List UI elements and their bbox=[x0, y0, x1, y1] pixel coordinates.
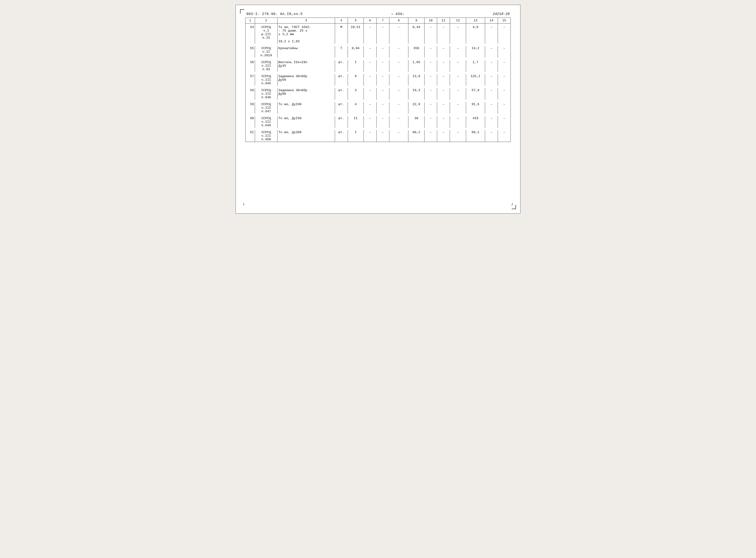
row-col14: – bbox=[485, 88, 498, 100]
row-number: 60 bbox=[246, 116, 255, 128]
row-col7: – bbox=[376, 102, 389, 114]
row-col8: – bbox=[389, 46, 408, 58]
row-col5: 4 bbox=[348, 102, 363, 114]
row-col10: – bbox=[424, 102, 437, 114]
row-col11: – bbox=[437, 116, 450, 128]
col-header-4: 4 bbox=[335, 18, 348, 24]
row-col14: – bbox=[485, 46, 498, 58]
row-col5: 9 bbox=[348, 74, 363, 86]
col-header-10: 10 bbox=[424, 18, 437, 24]
spacer-row bbox=[246, 72, 511, 74]
row-col13: I,7 bbox=[466, 60, 485, 72]
doc-ref: 903-I- 278.90. Ал.I8,кн.5 bbox=[246, 12, 303, 16]
row-col7: – bbox=[376, 60, 389, 72]
table-row: 54ССРСЦч.Iр.IIIп.I5То же, ГОСТ 3262-- 75… bbox=[246, 24, 511, 44]
table-row: 56ССРСЦч.IIIп.93Вентиль I5кчI8пДу25шт.I–… bbox=[246, 60, 511, 72]
row-source: ССРСЦч.IIп.2019 bbox=[255, 46, 277, 58]
row-col8: – bbox=[389, 130, 408, 142]
spacer-row bbox=[246, 100, 511, 102]
row-col9: I9,3 bbox=[408, 88, 424, 100]
row-col12: – bbox=[450, 102, 466, 114]
row-col10: – bbox=[424, 60, 437, 72]
row-col14: – bbox=[485, 60, 498, 72]
col-header-13: 13 bbox=[466, 18, 485, 24]
row-col5: I bbox=[348, 130, 363, 142]
row-col7: – bbox=[376, 88, 389, 100]
table-row: 58ССРСЦч.IIIп.646Задвижка 30ч6брДу80шт.3… bbox=[246, 88, 511, 100]
row-col6: – bbox=[363, 116, 376, 128]
row-unit: шт. bbox=[335, 74, 348, 86]
spacer-row bbox=[246, 44, 511, 46]
row-col12: – bbox=[450, 60, 466, 72]
spacer-row bbox=[246, 114, 511, 116]
row-col10: – bbox=[424, 130, 437, 142]
row-col5: 3 bbox=[348, 88, 363, 100]
row-col10: – bbox=[424, 74, 437, 86]
row-col5: 0,04 bbox=[348, 46, 363, 58]
bottom-left-corner: └ bbox=[243, 203, 245, 207]
row-col6: – bbox=[363, 60, 376, 72]
row-number: 57 bbox=[246, 74, 255, 86]
document-page: 903-I- 278.90. Ал.I8,кн.5 — 434— 24218-2… bbox=[235, 5, 521, 213]
row-col14: – bbox=[485, 102, 498, 114]
row-description: То же, Ду200 bbox=[277, 130, 335, 142]
row-col8: – bbox=[389, 60, 408, 72]
table-row: 57ССРСЦч.IIIп.645Задвижка 30ч6брДу50шт.9… bbox=[246, 74, 511, 86]
col-header-6: 6 bbox=[363, 18, 376, 24]
row-col6: – bbox=[363, 46, 376, 58]
row-unit: шт. bbox=[335, 60, 348, 72]
table-row: 59ССРСЦч.IIIп.647То же, ДуI00шт.4–––22,9… bbox=[246, 102, 511, 114]
row-col15: – bbox=[498, 102, 511, 114]
row-col15: – bbox=[498, 130, 511, 142]
row-source: ССРСЦч.IIIп.647 bbox=[255, 102, 277, 114]
row-col10: – bbox=[424, 24, 437, 44]
row-col7: – bbox=[376, 116, 389, 128]
row-col12: – bbox=[450, 88, 466, 100]
row-col7: – bbox=[376, 46, 389, 58]
row-col15: – bbox=[498, 116, 511, 128]
col-header-3: 3 bbox=[277, 18, 335, 24]
row-description: Кронштейны bbox=[277, 46, 335, 58]
bottom-right-corner: ┘ bbox=[511, 203, 513, 207]
row-unit: М bbox=[335, 24, 348, 44]
row-col8: – bbox=[389, 24, 408, 44]
row-col15: – bbox=[498, 46, 511, 58]
row-col10: – bbox=[424, 46, 437, 58]
table-bottom-border bbox=[246, 142, 511, 142]
row-col13: 4,6 bbox=[466, 24, 485, 44]
row-col5: II bbox=[348, 116, 363, 128]
col-header-5: 5 bbox=[348, 18, 363, 24]
row-col6: – bbox=[363, 130, 376, 142]
row-col14: – bbox=[485, 130, 498, 142]
row-col15: – bbox=[498, 74, 511, 86]
row-col6: – bbox=[363, 24, 376, 44]
col-header-12: 12 bbox=[450, 18, 466, 24]
col-header-11: 11 bbox=[437, 18, 450, 24]
col-header-9: 9 bbox=[408, 18, 424, 24]
row-number: 55 bbox=[246, 46, 255, 58]
row-col15: – bbox=[498, 88, 511, 100]
row-col6: – bbox=[363, 74, 376, 86]
row-source: ССРСЦч.IIIп.649 bbox=[255, 116, 277, 128]
row-col6: – bbox=[363, 102, 376, 114]
row-col12: – bbox=[450, 130, 466, 142]
table-row: 60ССРСЦч.IIIп.649То же, ДуI50шт.II–––38–… bbox=[246, 116, 511, 128]
row-col9: I,65 bbox=[408, 60, 424, 72]
row-col13: I25,I bbox=[466, 74, 485, 86]
row-col11: – bbox=[437, 130, 450, 142]
row-source: ССРСЦч.IIIп.645 bbox=[255, 74, 277, 86]
row-col12: – bbox=[450, 74, 466, 86]
row-col11: – bbox=[437, 74, 450, 86]
row-number: 6I bbox=[246, 130, 255, 142]
row-description: То же, ДуI50 bbox=[277, 116, 335, 128]
row-col13: 4I8 bbox=[466, 116, 485, 128]
main-table: 1 2 3 4 5 6 7 8 9 10 11 12 13 14 15 54СС… bbox=[245, 18, 511, 142]
row-col7: – bbox=[376, 24, 389, 44]
doc-number: 24218-26 bbox=[493, 12, 510, 16]
row-col9: 60,2 bbox=[408, 130, 424, 142]
row-col7: – bbox=[376, 130, 389, 142]
row-col12: – bbox=[450, 24, 466, 44]
row-col12: – bbox=[450, 116, 466, 128]
row-col14: – bbox=[485, 24, 498, 44]
document-header: 903-I- 278.90. Ал.I8,кн.5 — 434— 24218-2… bbox=[245, 12, 511, 16]
